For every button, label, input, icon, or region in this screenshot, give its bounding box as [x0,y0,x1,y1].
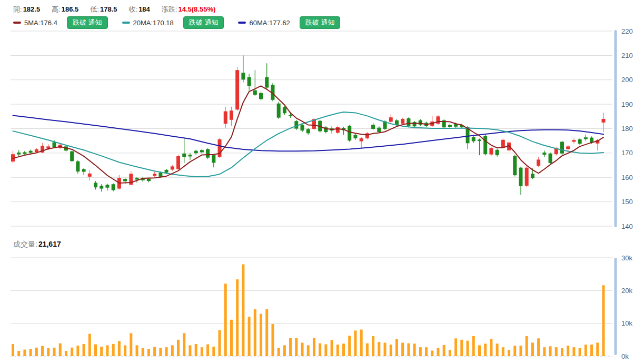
candle-body-down [241,73,245,79]
candle-body-down [147,179,151,181]
volume-bar [230,320,233,356]
volume-bar [313,338,315,356]
candle [436,115,440,125]
volume-chart-scrollbar[interactable] [615,258,617,355]
candle-body-down [519,168,522,186]
volume-bar [407,343,410,356]
candle-body-down [70,151,74,161]
candle [584,135,588,141]
volume-bar [519,346,522,356]
candle [472,136,475,143]
volume-bar [112,344,115,356]
volume-bar [53,348,56,356]
candle-body-up [436,116,440,124]
candle-body-down [371,125,375,129]
volume-bar [366,343,369,356]
candle-body-down [200,150,204,152]
candle-body-down [531,174,534,178]
candle-body-up [88,174,92,177]
candle [70,150,74,162]
candle-body-up [224,112,227,124]
price-axis-tick: 170 [621,149,633,157]
candle [448,124,452,128]
candle [549,153,552,164]
candle-body-down [123,179,127,181]
candle-body-down [206,149,210,157]
volume-bar [502,347,504,356]
candle [88,170,92,180]
volume-axis-tick: 0k [621,352,629,360]
volume-bar [549,346,552,356]
volume-bar [342,343,345,356]
volume-axis-tick: 10k [621,319,632,327]
candle [407,117,410,127]
candle [194,150,198,155]
volume-bar [47,348,49,356]
volume-bar [295,338,298,356]
candle [94,181,97,189]
volume-bar [94,345,97,356]
candle [277,102,281,118]
candle-body-down [301,125,304,131]
candle [542,150,546,157]
price-axis-tick: 210 [621,52,633,59]
candle [218,138,222,158]
volume-bar [183,333,185,356]
candle-body-down [472,137,475,141]
candle [188,153,192,160]
candle [224,107,227,128]
volume-bar [602,285,605,356]
candle-body-up [218,139,222,157]
candle-body-up [176,156,180,169]
candle-body-up [35,149,38,152]
volume-bar [384,342,387,356]
candle-body-up [602,119,606,123]
candle-body-down [377,128,381,132]
volume-bar [29,349,32,356]
price-chart[interactable]: 220210200190180170160150140 [11,27,633,230]
candle-body-down [578,139,582,144]
candle-body-down [294,121,298,128]
volume-bar [201,347,203,356]
candle-body-down [306,129,310,133]
volume-bar [23,350,26,356]
candle [496,149,499,157]
candle-body-down [253,90,257,95]
candle-body-down [413,122,417,126]
volume-bar [443,345,445,356]
candle-body-down [549,154,552,163]
price-axis-tick: 180 [621,125,633,133]
candle [489,147,493,156]
price-axis-tick: 150 [621,198,633,206]
candle [247,74,251,90]
candle-body-down [53,142,56,147]
price-chart-scrollbar[interactable] [615,30,617,227]
candle [572,138,576,144]
candle-body-down [407,118,410,126]
candle [353,134,357,140]
candle [105,184,109,190]
candle-body-up [360,138,363,141]
candle-body-up [336,127,340,133]
candle [348,125,351,141]
candle [365,132,369,139]
volume-chart[interactable]: 30k20k10k0k [11,254,632,360]
volume-bar [378,342,380,356]
candle-body-up [153,174,156,176]
volume-bar [449,350,451,356]
candle-body-down [23,152,26,154]
volume-bar [590,345,593,356]
volume-bar [278,348,280,356]
candle [182,138,186,163]
volume-bar [336,345,339,356]
candle [401,118,404,125]
volume-bar [118,341,121,356]
volume-bar [496,343,499,356]
volume-bar [224,284,227,356]
volume-bar [567,346,569,356]
volume-bar [283,345,286,356]
volume-bar [271,324,274,356]
candle [371,123,375,130]
volume-bar [513,346,516,356]
volume-bar [71,348,73,356]
